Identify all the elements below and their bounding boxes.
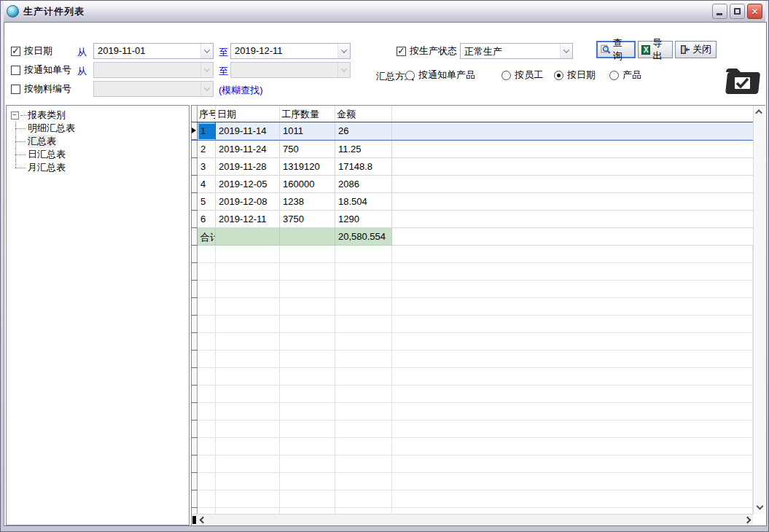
status-value: 正常生产 [461,44,560,58]
grid-row[interactable]: 5 2019-12-08 1238 18.504 [192,193,753,211]
vertical-scrollbar[interactable] [753,106,765,515]
tree-item-daily-summary[interactable]: 日汇总表 [15,148,187,161]
chevron-down-icon [200,63,213,77]
grid-row[interactable]: 3 2019-11-28 1319120 17148.8 [192,158,753,176]
grid-row-selected[interactable]: 1 2019-11-14 1011 26 [192,122,753,141]
grid-row[interactable]: 4 2019-12-05 160000 2086 [192,176,753,193]
scroll-right-button[interactable] [741,515,753,525]
grid-empty-row [192,473,753,490]
collapse-icon[interactable] [11,112,19,120]
app-globe-icon [7,5,19,17]
radio-by-product[interactable]: 产品 [609,69,641,82]
scroll-left-button[interactable] [197,515,208,525]
data-grid: 序号 日期 工序数量 金额 1 2019-11-14 1011 26 2 [191,105,765,525]
date-to-value: 2019-12-11 [231,44,337,58]
col-header-seq[interactable]: 序号 [198,106,216,122]
horizontal-scrollbar[interactable] [192,514,753,525]
grid-empty-row [192,438,753,455]
chevron-up-icon [755,109,762,117]
date-from-label: 从 [77,46,87,59]
date-from-combo[interactable]: 2019-11-01 [93,43,214,59]
minimize-button[interactable] [712,4,727,19]
titlebar[interactable]: 生产计件列表 [4,1,765,22]
chevron-down-icon [337,63,350,77]
grid-empty-row [192,351,753,368]
filter-by-material[interactable]: 按物料编号 [11,82,71,95]
chevron-down-icon[interactable] [337,44,350,58]
minimize-icon [717,13,722,15]
row-indicator [192,122,198,140]
maximize-button[interactable] [730,4,745,19]
notice-to-label: 至 [219,65,228,78]
radio-by-employee[interactable]: 按员工 [501,69,543,82]
row-arrow-icon [192,128,196,133]
grid-header: 序号 日期 工序数量 金额 [192,106,753,122]
grid-total-row: 合计 20,580.554 [192,228,753,246]
tree-root-label: 报表类别 [28,109,66,122]
tree-item-detail-summary[interactable]: 明细汇总表 [15,122,187,135]
tree-connector [20,115,26,116]
chevron-down-icon[interactable] [200,44,213,58]
notice-to-value [231,63,337,77]
by-material-label: 按物料编号 [24,82,71,95]
scroll-up-button[interactable] [754,106,765,118]
radio-icon[interactable] [609,71,619,80]
tree-root-row[interactable]: 报表类别 [8,109,187,122]
export-label: 导出 [652,36,669,63]
folder-check-icon[interactable] [722,65,762,100]
filter-by-notice[interactable]: 按通知单号 [11,63,71,77]
scroll-down-button[interactable] [754,502,765,515]
search-icon [601,44,611,55]
tree-item-summary[interactable]: 汇总表 [15,135,187,148]
chevron-left-icon [199,517,206,524]
grid-row[interactable]: 6 2019-12-11 3750 1290 [192,211,753,228]
window-title: 生产计件列表 [23,5,708,18]
close-window-button[interactable]: 关闭 [675,41,717,58]
chevron-down-icon[interactable] [560,44,572,58]
grid-row[interactable]: 2 2019-11-24 750 11.25 [192,141,753,158]
excel-icon: X [641,45,650,55]
date-to-combo[interactable]: 2019-12-11 [230,43,351,59]
notice-to-combo [230,62,351,78]
grid-empty-row [192,386,753,403]
chevron-down-icon [756,503,763,510]
query-label: 查询 [613,36,631,63]
notice-from-combo [93,62,214,78]
filter-by-status[interactable]: 按生产状态 [397,44,457,58]
grid-empty-rows [192,246,753,525]
query-button[interactable]: 查询 [596,41,636,58]
radio-label: 按通知单产品 [418,69,475,82]
row-indicator-header [192,106,198,122]
radio-icon[interactable] [501,71,511,80]
export-button[interactable]: X 导出 [638,41,673,58]
grid-empty-row [192,403,753,420]
radio-label: 产品 [622,69,641,82]
radio-selected-icon[interactable] [554,71,563,80]
by-material-checkbox[interactable] [11,85,20,94]
radio-by-date[interactable]: 按日期 [554,69,596,82]
by-status-checkbox[interactable] [397,47,406,56]
filter-by-date[interactable]: 按日期 [11,44,52,58]
radio-label: 按员工 [515,69,543,82]
col-header-date[interactable]: 日期 [216,106,280,122]
status-combo[interactable]: 正常生产 [460,43,573,59]
by-date-checkbox[interactable] [11,47,20,56]
radio-by-notice-product[interactable]: 按通知单产品 [405,69,475,82]
chevron-right-icon [743,517,751,524]
hscroll-thumb[interactable] [192,516,196,524]
by-date-label: 按日期 [24,44,52,58]
col-header-qty[interactable]: 工序数量 [280,106,335,122]
grid-empty-row [192,298,753,316]
col-header-filler [392,106,753,122]
radio-icon[interactable] [405,71,415,80]
material-combo [93,81,214,97]
close-label: 关闭 [692,43,711,56]
tree-item-monthly-summary[interactable]: 月汇总表 [15,161,187,174]
grid-empty-row [192,281,753,298]
col-header-amount[interactable]: 金额 [335,106,392,122]
grid-empty-row [192,420,753,438]
close-button[interactable] [747,4,762,19]
by-notice-checkbox[interactable] [11,66,20,75]
grid-empty-row [192,333,753,351]
radio-label: 按日期 [567,69,596,82]
